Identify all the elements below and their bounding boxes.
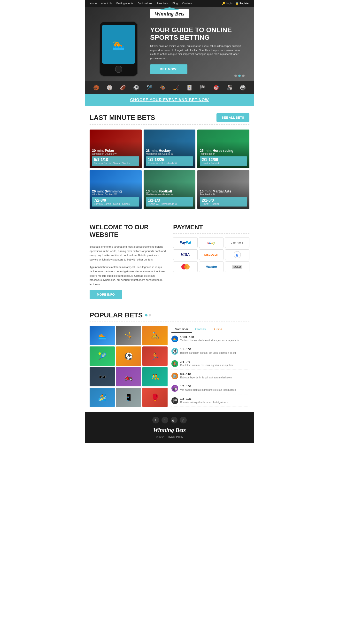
nav-contacts[interactable]: Contacts [182,2,192,5]
hero-description: Ut wisi enim ad minim veniam, quis nostr… [150,44,244,60]
bet-card-football[interactable]: 13 min: Football Mediterranean Games W 1… [144,170,196,209]
sport-icon-cards[interactable]: 🃏 [186,85,192,90]
payment-cirrus[interactable]: CIRRUS [225,237,250,248]
see-all-bets-button[interactable]: SEE ALL BETS [216,113,250,122]
pop-bet-icon-1: 🏊 [172,336,178,342]
sport-icon-horseracing[interactable]: 🏇 [160,85,166,90]
pop-img-boxing[interactable]: 🥊 [142,388,168,407]
bet-banner: CHOOSE YOUR EVENT AND BET NOW [85,94,254,106]
bet-players-swimming: Barrois / Garbin - Stosur / Stubbs [94,203,137,205]
pop-img-sports[interactable]: 🏃 [142,346,168,366]
nav-betting[interactable]: Betting events [116,2,134,5]
pop-img-bike[interactable]: 🏍️ [116,367,141,386]
sport-icon-darts[interactable]: 🎯 [213,85,219,90]
bet-time-martial: 10 min: Martial Arts [200,189,247,193]
pop-bet-item-1: 🏊 1/100 - 10/1 Typi non habent claritate… [172,336,250,345]
payment-mastercard[interactable] [173,262,198,272]
pop-bet-odds-5: 1/7 - 10/1 [180,385,250,388]
pop-img-phone[interactable]: 📱 [116,388,141,407]
welcome-section: WELCOME TO OUR WEBSITE Betsita is one of… [90,224,166,299]
sport-icon-martial-arts[interactable]: 🥋 [240,85,246,90]
pop-bet-icon-6: 🏁 [172,397,178,404]
payment-maestro[interactable]: Maestro [199,262,224,272]
pop-img-sunglasses[interactable]: 🕶️ [90,367,115,386]
pop-img-cycling[interactable]: 🚴 [142,326,168,345]
pop-bet-desc-3: Claritatem insitam; est usus legentis in… [180,364,250,367]
bet-subtitle-horse: Fuimbledon M [200,152,247,155]
tab-nam-liber[interactable]: Nam liber [172,326,192,333]
pop-img-tennis[interactable]: 🎾 [90,346,115,366]
pop-img-wrestling[interactable]: 🤼 [142,367,168,386]
last-minute-section: LAST MINUTE BETS SEE ALL BETS 30 min: Po… [85,106,254,216]
pop-img-water[interactable]: 🏄 [90,388,115,407]
sport-icon-hockey[interactable]: 🏒 [173,85,179,90]
bet-subtitle-swimming: Wimbledon Doubles W [92,193,139,196]
social-pinterest[interactable]: p [180,417,187,424]
sport-icon-badminton[interactable]: 🏸 [146,85,152,90]
navbar: Home About Us Betting events Bookmakers … [85,0,254,7]
bet-players-horse: Howitt - Roddick [202,162,245,165]
nav-freebets[interactable]: Free bets [157,2,168,5]
pop-bet-desc-4: Est usus legentis in iis qui facit eorum… [180,376,250,380]
popular-dot-1[interactable] [145,314,148,316]
sport-icon-basketball[interactable]: 🏀 [93,85,99,90]
last-minute-title: LAST MINUTE BETS [90,114,155,122]
bet-players-poker: Barrois / Garbin - Stosur / Stubbs [94,162,137,165]
pop-img-soccer[interactable]: ⚽ [116,346,141,366]
pop-bet-desc-5: Von habent claritatem insitam; est usus … [180,388,250,392]
social-googleplus[interactable]: g+ [171,417,178,424]
sport-icon-flag[interactable]: 🏁 [200,85,206,90]
payment-google[interactable]: g [225,249,250,260]
nav-bookmakers[interactable]: Bookmakers [138,2,152,5]
nav-home[interactable]: Home [90,2,96,5]
pop-img-swimming[interactable]: 🏊 [90,326,115,345]
sport-icon-bowling[interactable]: 🎳 [226,85,232,90]
login-link[interactable]: 🔑 Login [222,2,232,5]
pop-img-athlete[interactable]: 🤸 [116,326,141,345]
sport-icon-soccer[interactable]: ⚽ [133,85,139,90]
payment-paypal[interactable]: PayPal [173,237,198,248]
welcome-payment-section: WELCOME TO OUR WEBSITE Betsita is one of… [85,216,254,306]
social-twitter[interactable]: t [162,417,168,424]
hero-phone-mockup: 🏊 [94,21,143,76]
pop-bet-odds-3: 3/4 - 7/6 [180,360,250,363]
bet-odds-poker: 5/1-1/10 [94,158,137,162]
tab-duisite[interactable]: Duisite [209,326,226,333]
more-info-button[interactable]: MORE INFO [90,290,122,299]
nav-about[interactable]: About Us [101,2,112,5]
bet-odds-martial: 2/1-0/0 [202,198,245,203]
payment-ebay[interactable]: ebay [199,237,224,248]
bet-card-hockey[interactable]: 28 min: Hockey Mediterranean Games W 1/1… [144,130,196,168]
sport-icon-baseball[interactable]: ⚾ [106,85,112,90]
bet-time-hockey: 28 min: Hockey [146,149,193,152]
social-facebook[interactable]: f [152,417,159,424]
hero-dot-2[interactable] [238,74,241,77]
register-link[interactable]: 🔒 Register [235,2,250,5]
hero-cta-button[interactable]: BET NOW! [150,64,188,74]
footer-social: f t g+ p [90,417,250,424]
bet-card-swimming[interactable]: 26 min: Swimming Wimbledon Doubles W 7/2… [90,170,142,209]
welcome-para2: Typi non habent claritatem insitam; est … [90,265,166,286]
bet-card-martial[interactable]: 10 min: Martial Arts Fuimbledon M 2/1-0/… [197,170,250,209]
hero-dot-1[interactable] [234,74,237,77]
bet-card-poker[interactable]: 30 min: Poker Wimbledon Doubles W 5/1-1/… [90,130,142,168]
pop-bet-item-4: ⚙️ 3/6 - 11/1 Est usus legentis in iis q… [172,372,250,382]
bet-time-football: 13 min: Football [146,189,193,193]
bet-card-horse[interactable]: 25 min: Horse racing Fuimbledon M 2/1-12… [197,130,250,168]
tab-claritas[interactable]: Claritas [192,326,209,333]
popular-tab-header: Nam liber Claritas Duisite [172,326,250,333]
pop-bet-desc-1: Typi non habent claritatem insitam; est … [180,339,250,342]
payment-discover[interactable]: DISCOVER [199,249,224,260]
payment-visa[interactable]: VISA [173,249,198,260]
hero-headline: YOUR GUIDE TO ONLINE SPORTS BETTING [150,26,244,42]
payment-solo[interactable]: SOLO [225,262,250,272]
welcome-para1: Betsita is one of the largest and most s… [90,245,166,262]
nav-blog[interactable]: Blog [172,2,178,5]
hero-dot-3[interactable] [242,74,244,77]
privacy-policy-link[interactable]: Privacy Policy [166,435,183,438]
pop-bet-odds-2: 1/1 - 10/1 [180,348,250,351]
popular-dot-2[interactable] [149,314,151,316]
bet-players-hockey: Russia W. - Hothorlands W. [148,162,191,165]
sport-icon-football[interactable]: 🏈 [120,85,126,90]
bet-banner-cta[interactable]: BET NOW [189,98,209,102]
